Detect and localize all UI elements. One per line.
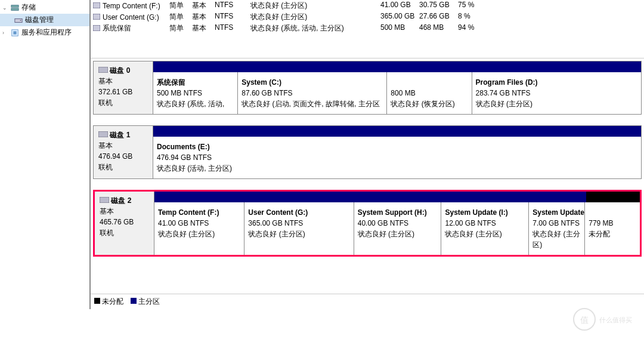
storage-icon [11, 4, 19, 12]
tree-item-storage[interactable]: ⌄ 存储 [0, 1, 89, 14]
partition-bar [153, 61, 641, 72]
partition-status: 状态良好 (启动, 页面文件, 故障转储, 主分区 [242, 98, 383, 109]
partition-size: 500 MB NTFS [157, 88, 234, 98]
volume-status: 状态良好 (主分区) [250, 12, 380, 22]
partition-bar [154, 192, 640, 202]
partition-cell[interactable]: 779 MB未分配 [585, 202, 640, 255]
disk-size: 476.94 GB [98, 151, 148, 162]
svg-rect-1 [11, 8, 18, 10]
disk-panel[interactable]: 磁盘 0基本372.61 GB联机系统保留500 MB NTFS状态良好 (系统… [93, 61, 642, 115]
disk-size: 372.61 GB [98, 87, 148, 97]
disk-panel[interactable]: 磁盘 1基本476.94 GB联机Documents (E:)476.94 GB… [93, 125, 642, 179]
volume-list[interactable]: Temp Content (F:)简单基本NTFS状态良好 (主分区)41.00… [91, 0, 644, 58]
volume-row[interactable]: User Content (G:)简单基本NTFS状态良好 (主分区)365.0… [93, 11, 644, 23]
disk-icon [98, 130, 108, 135]
partition-name: Temp Content (F:) [158, 207, 240, 218]
partition-name: Program Files (D:) [476, 77, 637, 88]
svg-rect-2 [15, 19, 22, 22]
tree-item-disk-mgmt[interactable]: 磁盘管理 [0, 14, 89, 26]
volume-type: 基本 [192, 1, 215, 11]
volume-status: 状态良好 (系统, 活动, 主分区) [250, 23, 380, 33]
volume-pct: 75 % [458, 1, 488, 11]
tree-item-services[interactable]: › 服务和应用程序 [0, 26, 89, 39]
volume-capacity: 500 MB [380, 23, 419, 33]
svg-rect-6 [93, 2, 100, 8]
partition-status: 状态良好 (恢复分区) [391, 98, 467, 109]
caret-icon: ⌄ [2, 5, 8, 11]
volume-fs: NTFS [215, 1, 250, 11]
partition-cell[interactable]: System Update (I:)12.00 GB NTFS状态良好 (主分区… [441, 202, 529, 255]
volume-name: Temp Content (F:) [103, 2, 160, 10]
partition-cell[interactable]: System Update 27.00 GB NTFS状态良好 (主分区) [529, 202, 585, 255]
volume-free: 27.66 GB [419, 12, 458, 22]
volume-layout: 简单 [169, 12, 192, 22]
partition-name: System Update (I:) [445, 207, 525, 218]
volume-layout: 简单 [169, 23, 192, 33]
disk-type: 基本 [98, 76, 148, 87]
partition-status: 未分配 [589, 229, 636, 239]
partition-cell[interactable]: User Content (G:)365.00 GB NTFS状态良好 (主分区… [244, 202, 354, 255]
partition-cell[interactable]: Documents (E:)476.94 GB NTFS状态良好 (活动, 主分… [153, 137, 641, 178]
partition-name: 系统保留 [157, 77, 234, 88]
partition-cell[interactable]: Temp Content (F:)41.00 GB NTFS状态良好 (主分区) [154, 202, 244, 255]
disk-header: 磁盘 2基本465.76 GB联机 [95, 192, 154, 255]
volume-capacity: 41.00 GB [380, 1, 419, 11]
svg-rect-8 [93, 25, 100, 31]
disk-icon [100, 195, 109, 201]
partition-name: Documents (E:) [157, 141, 637, 152]
disk-id: 磁盘 1 [110, 131, 130, 139]
volume-row[interactable]: Temp Content (F:)简单基本NTFS状态良好 (主分区)41.00… [93, 0, 644, 11]
disk-status: 联机 [100, 227, 149, 238]
disk-size: 465.76 GB [100, 217, 149, 227]
partition-size: 800 MB [391, 88, 467, 98]
volume-free: 30.75 GB [419, 1, 458, 11]
partition-size: 12.00 GB NTFS [445, 218, 525, 229]
partition-bar [153, 126, 641, 137]
partition-status: 状态良好 (活动, 主分区) [157, 163, 637, 174]
volume-name: 系统保留 [103, 23, 131, 33]
services-icon [11, 29, 19, 37]
partition-cell[interactable]: Program Files (D:)283.74 GB NTFS状态良好 (主分… [472, 72, 641, 114]
disk-header: 磁盘 1基本476.94 GB联机 [94, 126, 153, 178]
partition-size: 40.00 GB NTFS [358, 218, 438, 229]
partition-size: 87.60 GB NTFS [242, 88, 383, 98]
partition-status: 状态良好 (主分区) [476, 98, 637, 109]
disk-id: 磁盘 0 [110, 66, 130, 75]
svg-rect-0 [11, 5, 18, 7]
partition-size: 365.00 GB NTFS [248, 218, 349, 229]
partition-cell[interactable]: System Support (H:)40.00 GB NTFS状态良好 (主分… [354, 202, 442, 255]
partition-size: 283.74 GB NTFS [476, 88, 637, 98]
tree-label: 磁盘管理 [25, 15, 54, 25]
disk-status: 联机 [98, 97, 148, 108]
svg-rect-5 [13, 31, 16, 34]
legend-swatch-unallocated [94, 298, 100, 304]
partition-cell[interactable]: System (C:)87.60 GB NTFS状态良好 (启动, 页面文件, … [238, 72, 387, 114]
svg-point-3 [20, 20, 21, 21]
disk-id: 磁盘 2 [111, 196, 131, 205]
partition-size: 779 MB [589, 218, 636, 229]
partition-cell[interactable]: 系统保留500 MB NTFS状态良好 (系统, 活动, [153, 72, 238, 114]
partition-status: 状态良好 (主分区) [532, 229, 581, 250]
disk-status: 联机 [98, 162, 148, 172]
disk-type: 基本 [98, 140, 148, 151]
caret-icon: › [2, 30, 8, 36]
volume-pct: 8 % [458, 12, 488, 22]
legend-label: 未分配 [102, 297, 123, 306]
legend-swatch-primary [131, 298, 137, 304]
partition-name: System Support (H:) [358, 207, 438, 218]
watermark: 值 什么值得买 [572, 307, 638, 309]
legend: 未分配 主分区 [91, 294, 644, 309]
partition-status: 状态良好 (主分区) [248, 229, 349, 239]
partition-cell[interactable]: 800 MB状态良好 (恢复分区) [387, 72, 472, 114]
volume-type: 基本 [192, 23, 215, 33]
volume-fs: NTFS [215, 12, 250, 22]
disk-header: 磁盘 0基本372.61 GB联机 [94, 61, 153, 114]
main-content: Temp Content (F:)简单基本NTFS状态良好 (主分区)41.00… [89, 0, 644, 309]
svg-rect-9 [98, 67, 108, 73]
volume-icon [93, 24, 101, 33]
volume-row[interactable]: 系统保留简单基本NTFS状态良好 (系统, 活动, 主分区)500 MB468 … [93, 23, 644, 34]
partition-status: 状态良好 (主分区) [358, 229, 438, 239]
volume-icon [93, 2, 101, 10]
disk-type: 基本 [100, 206, 149, 217]
disk-panel[interactable]: 磁盘 2基本465.76 GB联机Temp Content (F:)41.00 … [93, 190, 642, 257]
